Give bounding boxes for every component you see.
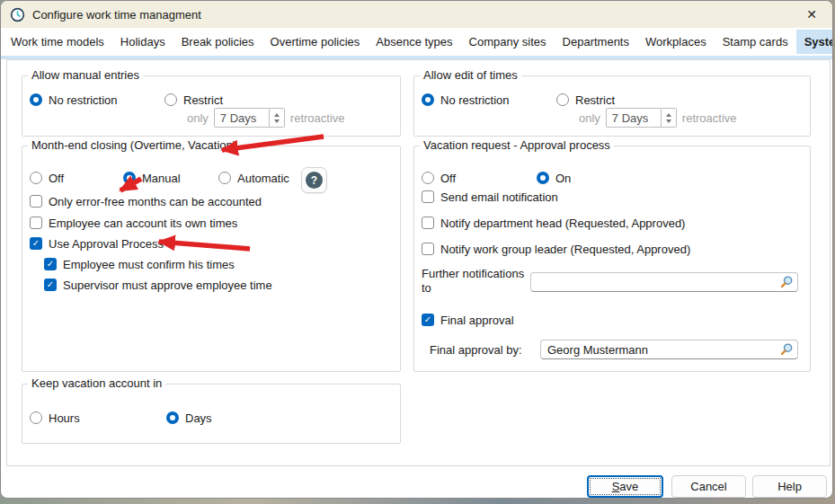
radio-vacation-hours[interactable]: Hours	[30, 410, 80, 426]
radio-edit-no-restriction[interactable]: No restriction	[422, 92, 510, 108]
stepper-up-icon[interactable]	[274, 113, 280, 117]
radio-manual-no-restriction[interactable]: No restriction	[30, 92, 118, 108]
radio-unselected-icon	[164, 93, 177, 106]
checkbox-checked-icon: ✓	[44, 279, 57, 291]
group-allow-manual-entries: Allow manual entries No restriction Rest…	[22, 75, 401, 137]
tab-holidays[interactable]: Holidays	[112, 30, 173, 54]
radio-edit-restrict[interactable]: Restrict	[556, 92, 615, 108]
radio-unselected-icon	[556, 93, 569, 106]
radio-manual-restrict[interactable]: Restrict	[164, 92, 223, 108]
final-approval-by-input[interactable]	[541, 340, 779, 358]
tab-stamp-cards[interactable]: Stamp cards	[715, 30, 796, 54]
checkbox-notify-work-group-leader[interactable]: Notify work group leader (Requested, App…	[422, 241, 690, 257]
final-approval-by-label: Final approval by:	[430, 341, 522, 358]
tab-work-time-models[interactable]: Work time models	[3, 30, 112, 54]
tab-system-configuration[interactable]: System Configuration	[796, 30, 833, 54]
tab-workplaces[interactable]: Workplaces	[637, 30, 715, 54]
checkbox-checked-icon: ✓	[30, 237, 42, 250]
tab-overtime-policies[interactable]: Overtime policies	[262, 30, 369, 54]
search-icon[interactable]	[779, 275, 794, 289]
checkbox-employee-must-confirm[interactable]: ✓ Employee must confirm his times	[44, 256, 235, 272]
checkbox-supervisor-must-approve[interactable]: ✓ Supervisor must approve employee time	[44, 277, 272, 293]
close-icon[interactable]: ✕	[800, 4, 823, 24]
group-title: Month-end closing (Overtime, Vacation)	[28, 138, 240, 152]
checkbox-final-approval[interactable]: ✓ Final approval	[422, 312, 514, 328]
checkbox-unchecked-icon	[30, 195, 42, 208]
group-title: Allow manual entries	[28, 68, 143, 82]
tab-bar: Work time models Holidays Break policies…	[1, 28, 832, 56]
checkbox-notify-department-head[interactable]: Notify department head (Requested, Appro…	[422, 215, 685, 231]
window-title: Configure work time managment	[32, 8, 201, 22]
further-notifications-input[interactable]	[531, 273, 779, 291]
tab-break-policies[interactable]: Break policies	[173, 30, 262, 54]
radio-unselected-icon	[30, 172, 42, 184]
further-notifications-label: Further notifications to	[422, 267, 528, 296]
edit-days-field[interactable]: 7 Days	[606, 108, 662, 128]
radio-vacation-on[interactable]: On	[537, 170, 571, 186]
tab-company-sites[interactable]: Company sites	[461, 30, 555, 54]
stepper-down-icon[interactable]	[274, 119, 280, 123]
checkbox-unchecked-icon	[422, 190, 434, 203]
stepper-down-icon[interactable]	[666, 119, 671, 123]
save-button[interactable]: Save	[587, 475, 663, 498]
group-vacation-request-approval: Vacation request - Approval process Off …	[413, 146, 811, 372]
group-month-end-closing: Month-end closing (Overtime, Vacation) O…	[22, 146, 401, 372]
checkbox-use-approval-process[interactable]: ✓ Use Approval Process	[30, 235, 164, 252]
further-notifications-input-wrap	[530, 272, 798, 292]
checkbox-unchecked-icon	[422, 217, 434, 229]
radio-month-end-automatic[interactable]: Automatic	[218, 170, 289, 186]
checkbox-only-error-free-months[interactable]: Only error-free months can be accounted	[30, 193, 262, 209]
titlebar: Configure work time managment ✕	[1, 1, 832, 28]
group-title: Vacation request - Approval process	[420, 138, 614, 152]
radio-vacation-off[interactable]: Off	[422, 170, 456, 186]
checkbox-checked-icon: ✓	[422, 314, 434, 326]
manual-retroactive-row: only 7 Days retroactive	[187, 110, 345, 126]
system-configuration-panel: Allow manual entries No restriction Rest…	[6, 59, 831, 466]
radio-month-end-off[interactable]: Off	[30, 170, 64, 186]
checkbox-send-email-notification[interactable]: Send email notification	[422, 189, 558, 205]
checkbox-unchecked-icon	[30, 217, 42, 229]
radio-selected-icon	[166, 411, 179, 424]
edit-retroactive-row: only 7 Days retroactive	[579, 110, 737, 126]
radio-selected-icon	[123, 172, 136, 184]
help-button[interactable]: ?	[301, 167, 327, 193]
group-allow-edit-of-times: Allow edit of times No restriction Restr…	[413, 75, 811, 137]
final-approval-by-input-wrap	[540, 340, 798, 359]
dialog-window: Configure work time managment ✕ Work tim…	[0, 0, 833, 499]
radio-month-end-manual[interactable]: Manual	[123, 170, 181, 186]
group-title: Keep vacation account in	[28, 376, 165, 390]
radio-vacation-days[interactable]: Days	[166, 410, 212, 426]
radio-unselected-icon	[422, 172, 434, 184]
checkbox-checked-icon: ✓	[44, 258, 57, 270]
radio-selected-icon	[537, 172, 549, 184]
group-title: Allow edit of times	[420, 68, 521, 82]
radio-unselected-icon	[30, 411, 42, 424]
question-icon: ?	[306, 172, 323, 189]
cancel-button[interactable]: Cancel	[671, 475, 746, 498]
radio-unselected-icon	[218, 172, 231, 184]
tab-absence-types[interactable]: Absence types	[368, 30, 460, 54]
manual-days-field[interactable]: 7 Days	[214, 108, 270, 128]
group-keep-vacation-account: Keep vacation account in Hours Days	[22, 384, 401, 444]
checkbox-unchecked-icon	[422, 243, 434, 255]
radio-selected-icon	[422, 93, 434, 106]
search-icon[interactable]	[779, 342, 794, 357]
stepper-up-icon[interactable]	[666, 113, 671, 117]
clock-icon	[10, 7, 25, 22]
checkbox-employee-account-own-times[interactable]: Employee can account its own times	[30, 215, 237, 231]
manual-days-stepper[interactable]	[270, 108, 285, 128]
edit-days-stepper[interactable]	[662, 108, 677, 128]
tab-departments[interactable]: Departments	[555, 30, 637, 54]
help-bottom-button[interactable]: Help	[752, 475, 827, 498]
radio-selected-icon	[30, 93, 42, 106]
